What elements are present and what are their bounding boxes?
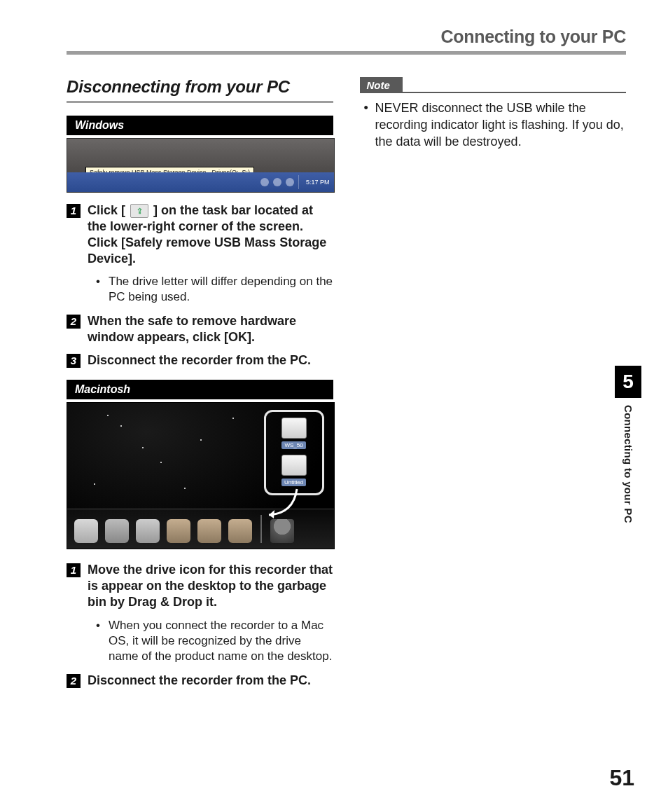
os-label-macintosh: Macintosh [67, 380, 333, 399]
right-column: Note NEVER disconnect the USB while the … [360, 77, 627, 696]
drive-label-1: WS_50 [281, 441, 305, 449]
section-rule [67, 101, 333, 103]
trash-icon [270, 519, 294, 543]
chapter-number: 5 [615, 366, 641, 398]
step-text: Move the drive icon for this recorder th… [88, 562, 333, 610]
taskbar-clock: 5:17 PM [303, 179, 330, 186]
step-text: When the safe to remove hardware window … [88, 313, 333, 345]
step-number: 1 [67, 563, 81, 577]
dock-item [74, 519, 98, 543]
step-text: Disconnect the recorder from the PC. [88, 352, 311, 369]
text: Click [ [88, 203, 129, 217]
drive-icon [281, 418, 307, 439]
chapter-side-tab: 5 Connecting to your PC [615, 366, 641, 523]
tray-icon [260, 178, 269, 186]
dock-separator [260, 515, 262, 543]
taskbar-divider [298, 175, 299, 189]
dock-item [136, 519, 160, 543]
chapter-label: Connecting to your PC [622, 398, 634, 523]
tray-icon [286, 178, 294, 186]
drive-icon [281, 455, 307, 476]
dock-folder-icon [167, 519, 190, 543]
mac-step-2: 2 Disconnect the recorder from the PC. [67, 673, 333, 689]
note-bullet: NEVER disconnect the USB while the recor… [360, 100, 627, 150]
os-label-windows: Windows [67, 116, 333, 135]
macintosh-screenshot: WS_50 Untitled [67, 402, 335, 549]
bold-text: OK [228, 330, 247, 344]
dock-item [105, 519, 129, 543]
windows-screenshot: Safely remove USB Mass Storage Device - … [67, 138, 335, 193]
safely-remove-hardware-icon: ⇪ [130, 204, 148, 218]
left-column: Disconnecting from your PC Windows Safel… [67, 77, 333, 696]
win-step-3: 3 Disconnect the recorder from the PC. [67, 352, 333, 369]
note-header: Note [360, 77, 627, 93]
text: ]. [247, 330, 255, 344]
step-number: 2 [67, 315, 81, 329]
windows-taskbar: 5:17 PM [67, 172, 334, 192]
text: When the safe to remove hardware window … [88, 314, 296, 344]
win-step-2: 2 When the safe to remove hardware windo… [67, 313, 333, 345]
step-number: 2 [67, 674, 81, 688]
running-head-rule [67, 51, 626, 55]
text: ]. [128, 252, 136, 266]
page-number: 51 [609, 765, 634, 791]
drives-highlight-box: WS_50 Untitled [264, 410, 324, 495]
tray-icon [273, 178, 281, 186]
section-title: Disconnecting from your PC [67, 77, 333, 97]
step-number: 3 [67, 354, 81, 368]
dock-folder-icon [197, 519, 221, 543]
note-underline [403, 77, 626, 93]
note-label: Note [360, 77, 403, 93]
mac-dock [67, 515, 294, 543]
step-text: Disconnect the recorder from the PC. [88, 673, 311, 689]
step-text: Click [ ⇪ ] on the task bar located at t… [88, 202, 333, 267]
step-number: 1 [67, 204, 81, 218]
running-head: Connecting to your PC [67, 27, 626, 47]
mac-step-1-bullet: When you connect the recorder to a Mac O… [96, 618, 333, 664]
win-step-1: 1 Click [ ⇪ ] on the task bar located at… [67, 202, 333, 267]
dock-folder-icon [228, 519, 252, 543]
mac-step-1: 1 Move the drive icon for this recorder … [67, 562, 333, 610]
win-step-1-bullet: The drive letter will differ depending o… [96, 274, 333, 305]
